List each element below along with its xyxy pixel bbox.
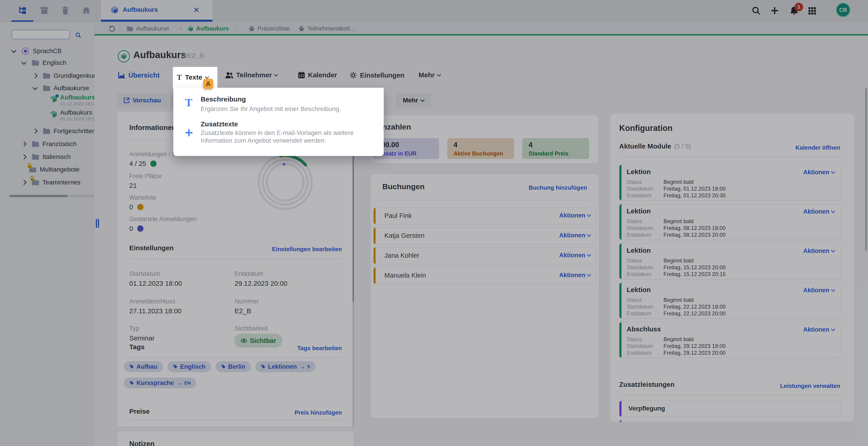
menu-item-title: Zusatztexte (201, 120, 238, 128)
app-window: SprachCB Englisch Grundlagenkurse Aufbau… (0, 0, 868, 446)
plus-icon (184, 128, 194, 138)
texte-dropdown-menu: T Beschreibung Ergänzen Sie Ihr Angebot … (173, 88, 384, 156)
menu-item-desc: Ergänzen Sie Ihr Angebot mit einer Besch… (201, 105, 341, 113)
modal-dim-overlay[interactable] (0, 0, 868, 446)
text-icon: T (177, 73, 182, 82)
annotation-badge: A (203, 79, 213, 89)
texte-label: Texte (185, 73, 202, 81)
menu-item-desc: Information zum Angebot verwendet werden… (201, 137, 326, 144)
chevron-down-icon (205, 75, 209, 79)
text-icon: T (185, 96, 192, 109)
menu-item-desc: Zusatztexte können in den E-mail-Vorlage… (201, 129, 354, 137)
menu-item-zusatztexte[interactable]: Zusatztexte Zusatztexte können in den E-… (173, 117, 384, 153)
menu-item-title: Beschreibung (201, 95, 246, 103)
